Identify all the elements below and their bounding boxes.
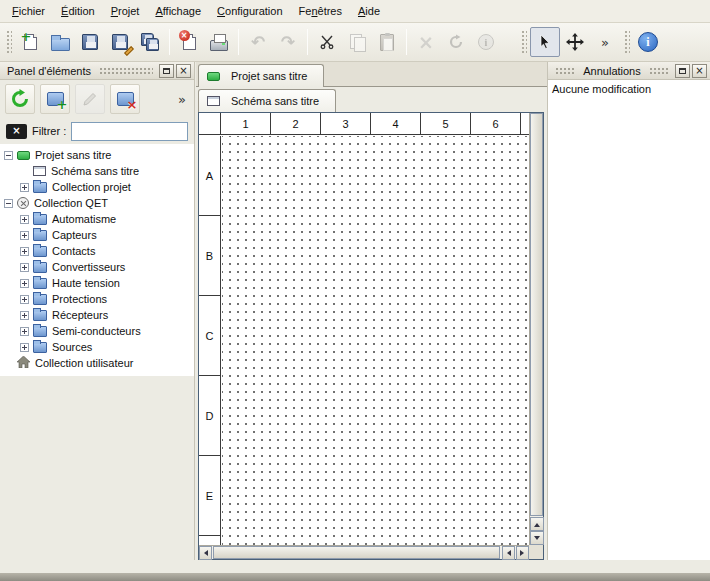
tree-item-automatisme[interactable]: Automatisme (0, 211, 194, 227)
tree-item-contacts[interactable]: Contacts (0, 243, 194, 259)
dock-drag-grip[interactable] (649, 67, 669, 75)
expand-expander-icon[interactable] (20, 279, 29, 288)
toolbar-separator (307, 29, 308, 55)
toolbar-separator (406, 29, 407, 55)
tree-item-recepteurs[interactable]: Récepteurs (0, 307, 194, 323)
tree-item-convertisseurs[interactable]: Convertisseurs (0, 259, 194, 275)
scroll-down-button[interactable] (530, 531, 544, 545)
save-as-button[interactable] (105, 27, 135, 57)
scroll-right-button[interactable] (516, 546, 529, 560)
filter-input[interactable] (71, 122, 188, 141)
vertical-scrollbar[interactable] (529, 113, 543, 545)
float-panel-button[interactable] (675, 64, 690, 78)
menu-aide[interactable]: Aide (350, 1, 388, 21)
edit-category-button[interactable] (75, 84, 105, 114)
save-button[interactable] (75, 27, 105, 57)
menu-bar: FichierÉditionProjetAffichageConfigurati… (0, 0, 710, 23)
menu-projet[interactable]: Projet (103, 1, 148, 21)
new-category-button[interactable] (40, 84, 70, 114)
expand-expander-icon[interactable] (20, 295, 29, 304)
expand-expander-icon[interactable] (20, 311, 29, 320)
collapse-expander-icon[interactable] (4, 199, 13, 208)
vertical-scrollbar-thumb[interactable] (530, 113, 543, 516)
float-panel-button[interactable] (159, 64, 174, 78)
schema-tab[interactable]: Schéma sans titre (198, 89, 336, 112)
print-button[interactable] (204, 27, 234, 57)
dock-drag-grip[interactable] (99, 67, 153, 75)
overflow-chevron-icon (601, 36, 609, 49)
close-panel-button[interactable] (176, 64, 191, 78)
tree-item-project[interactable]: Projet sans titre (0, 147, 194, 163)
delete-category-button[interactable] (110, 84, 140, 114)
tree-item-label: Schéma sans titre (51, 165, 139, 177)
expand-expander-icon[interactable] (20, 327, 29, 336)
row-label: D (199, 376, 220, 456)
move-tool-button[interactable] (560, 27, 590, 57)
scroll-left-button[interactable] (199, 546, 212, 560)
undo-button[interactable] (243, 27, 273, 57)
tree-item-sources[interactable]: Sources (0, 339, 194, 355)
open-document-button[interactable] (45, 27, 75, 57)
undo-panel-titlebar[interactable]: Annulations (548, 62, 710, 80)
tree-item-protections[interactable]: Protections (0, 291, 194, 307)
toolbar-separator (238, 29, 239, 55)
element-info-button[interactable] (471, 27, 501, 57)
expand-expander-icon[interactable] (20, 215, 29, 224)
new-document-button[interactable]: + (15, 27, 45, 57)
project-tab-label: Projet sans titre (231, 70, 307, 82)
panel-overflow-button[interactable] (178, 93, 189, 106)
tree-item-haute-tension[interactable]: Haute tension (0, 275, 194, 291)
clear-filter-button[interactable] (6, 124, 27, 139)
scroll-up-button[interactable] (530, 517, 544, 531)
collapse-expander-icon[interactable] (4, 151, 13, 160)
paste-button[interactable] (372, 27, 402, 57)
dock-drag-grip[interactable] (555, 67, 575, 75)
redo-button[interactable] (273, 27, 303, 57)
reload-collections-button[interactable] (5, 84, 35, 114)
schema-icon (33, 166, 46, 176)
toolbar-overflow-button[interactable] (590, 27, 620, 57)
save-all-button[interactable] (135, 27, 165, 57)
horizontal-scrollbar[interactable] (199, 545, 529, 559)
toolbar-drag-handle[interactable] (520, 29, 527, 55)
about-info-button[interactable] (633, 27, 663, 57)
close-panel-button[interactable] (692, 64, 707, 78)
expand-expander-icon[interactable] (20, 231, 29, 240)
tree-item-collection-qet[interactable]: Collection QET (0, 195, 194, 211)
tree-item-label: Semi-conducteurs (52, 325, 141, 337)
expand-expander-icon[interactable] (20, 183, 29, 192)
tree-item-schema[interactable]: Schéma sans titre (0, 163, 194, 179)
scrollbar-corner (529, 545, 543, 559)
tree-item-semi-conducteurs[interactable]: Semi-conducteurs (0, 323, 194, 339)
undo-history-list[interactable]: Aucune modification (548, 80, 710, 560)
row-label: E (199, 456, 220, 536)
filter-row: Filtrer : (0, 118, 194, 144)
tree-item-label: Collection QET (34, 197, 108, 209)
new-category-icon (47, 92, 64, 106)
elements-panel-titlebar[interactable]: Panel d'éléments (0, 62, 194, 80)
cut-button[interactable] (312, 27, 342, 57)
row-label: A (199, 136, 220, 216)
schema-canvas[interactable] (222, 136, 529, 545)
tree-item-capteurs[interactable]: Capteurs (0, 227, 194, 243)
horizontal-scrollbar-thumb[interactable] (213, 546, 500, 559)
menu-fenetres[interactable]: Fenêtres (291, 1, 350, 21)
delete-button[interactable] (411, 27, 441, 57)
menu-fichier[interactable]: Fichier (4, 1, 53, 21)
menu-configuration[interactable]: Configuration (209, 1, 290, 21)
expand-expander-icon[interactable] (20, 263, 29, 272)
menu-edition[interactable]: Édition (53, 1, 103, 21)
toolbar-drag-handle[interactable] (5, 29, 12, 55)
project-tab[interactable]: Projet sans titre (198, 64, 324, 87)
close-document-button[interactable]: × (174, 27, 204, 57)
copy-button[interactable] (342, 27, 372, 57)
tree-item-collection-projet[interactable]: Collection projet (0, 179, 194, 195)
expand-expander-icon[interactable] (20, 343, 29, 352)
tree-item-collection-utilisateur[interactable]: Collection utilisateur (0, 355, 194, 371)
toolbar-drag-handle[interactable] (623, 29, 630, 55)
menu-affichage[interactable]: Affichage (147, 1, 209, 21)
rotate-button[interactable] (441, 27, 471, 57)
expand-expander-icon[interactable] (20, 247, 29, 256)
select-tool-button[interactable] (530, 27, 560, 57)
scroll-left-button[interactable] (502, 546, 515, 560)
